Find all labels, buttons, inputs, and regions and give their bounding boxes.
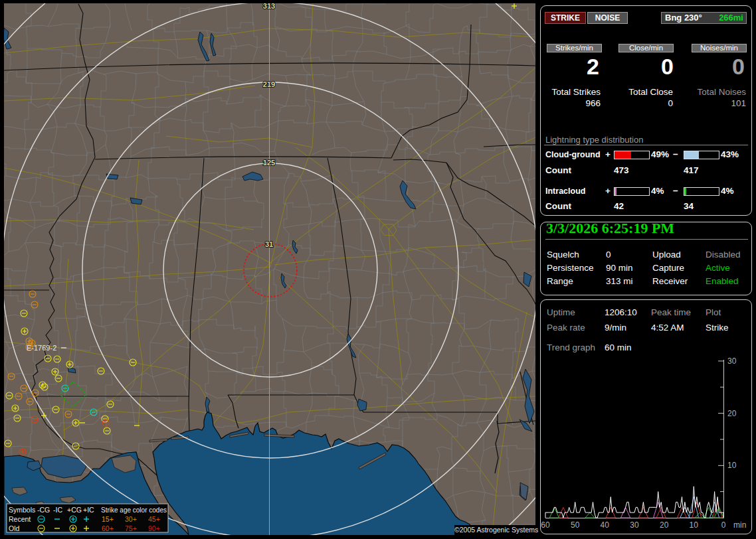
svg-text:15+: 15+ xyxy=(102,515,114,523)
svg-text:31: 31 xyxy=(265,240,273,248)
svg-text:60: 60 xyxy=(541,520,550,530)
svg-text:Recent: Recent xyxy=(9,515,31,523)
svg-text:+IC: +IC xyxy=(83,506,94,514)
svg-text:-CG: -CG xyxy=(37,506,50,514)
svg-text:30+: 30+ xyxy=(125,515,137,523)
svg-text:50: 50 xyxy=(571,520,580,530)
svg-text:45+: 45+ xyxy=(148,515,160,523)
svg-text:40: 40 xyxy=(601,520,610,530)
svg-text:219: 219 xyxy=(263,80,275,88)
svg-text:0: 0 xyxy=(721,520,726,530)
svg-text:Strike age color codes: Strike age color codes xyxy=(101,506,167,514)
svg-text:60+: 60+ xyxy=(102,524,114,532)
svg-text:Symbols: Symbols xyxy=(9,506,35,514)
svg-text:10: 10 xyxy=(690,520,699,530)
svg-text:min: min xyxy=(733,520,746,530)
svg-text:313: 313 xyxy=(263,3,275,10)
svg-text:10: 10 xyxy=(727,461,737,470)
svg-text:90+: 90+ xyxy=(148,524,160,532)
svg-text:20: 20 xyxy=(660,520,669,530)
svg-text:125: 125 xyxy=(263,159,275,167)
svg-text:-IC: -IC xyxy=(53,506,62,514)
svg-text:20: 20 xyxy=(727,409,737,418)
svg-text:Old: Old xyxy=(9,524,20,532)
svg-text:+CG: +CG xyxy=(67,506,82,514)
svg-text:75+: 75+ xyxy=(125,524,137,532)
svg-text:30: 30 xyxy=(630,520,639,530)
svg-text:E-1769-2: E-1769-2 xyxy=(27,344,56,352)
svg-text:30: 30 xyxy=(727,356,737,366)
